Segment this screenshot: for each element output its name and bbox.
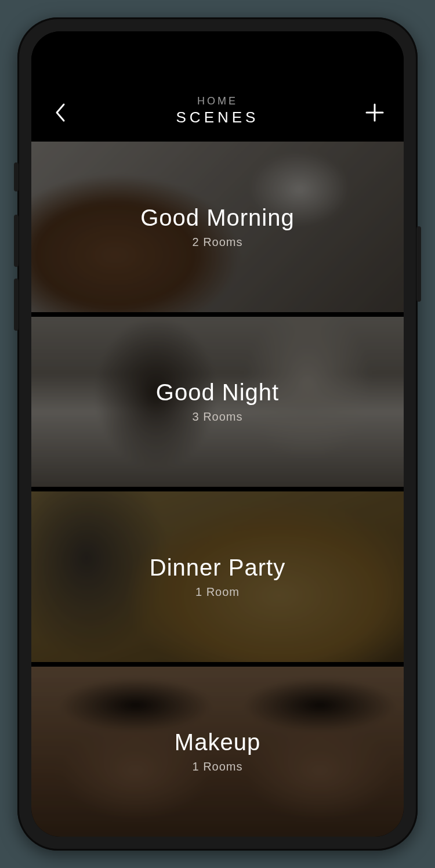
header-subtitle: HOME [176, 95, 259, 107]
header: HOME SCENES [31, 31, 404, 142]
scene-card-good-night[interactable]: Good Night 3 Rooms [31, 312, 404, 487]
scene-title: Good Morning [140, 205, 294, 231]
add-button[interactable] [362, 100, 387, 125]
chevron-left-icon [53, 102, 67, 123]
scene-card-good-morning[interactable]: Good Morning 2 Rooms [31, 142, 404, 312]
scene-list: Good Morning 2 Rooms Good Night 3 Rooms … [31, 142, 404, 837]
page-title: SCENES [176, 108, 259, 126]
phone-side-button [14, 162, 19, 191]
phone-side-button [14, 215, 19, 267]
scene-card-dinner-party[interactable]: Dinner Party 1 Room [31, 487, 404, 662]
scene-subtitle: 3 Rooms [192, 410, 242, 424]
scene-subtitle: 2 Rooms [192, 236, 242, 249]
scene-title: Good Night [156, 379, 279, 406]
phone-side-button [14, 279, 19, 331]
back-button[interactable] [48, 100, 73, 125]
phone-side-button [416, 226, 421, 302]
scene-title: Makeup [175, 729, 260, 755]
scene-subtitle: 1 Rooms [192, 760, 242, 773]
scene-title: Dinner Party [150, 555, 285, 581]
scene-subtitle: 1 Room [195, 585, 240, 599]
header-titles: HOME SCENES [176, 95, 259, 126]
scene-card-makeup[interactable]: Makeup 1 Rooms [31, 662, 404, 837]
screen: HOME SCENES Good Morning 2 Rooms Good [31, 31, 404, 837]
phone-frame: HOME SCENES Good Morning 2 Rooms Good [17, 17, 418, 851]
plus-icon [365, 103, 385, 122]
